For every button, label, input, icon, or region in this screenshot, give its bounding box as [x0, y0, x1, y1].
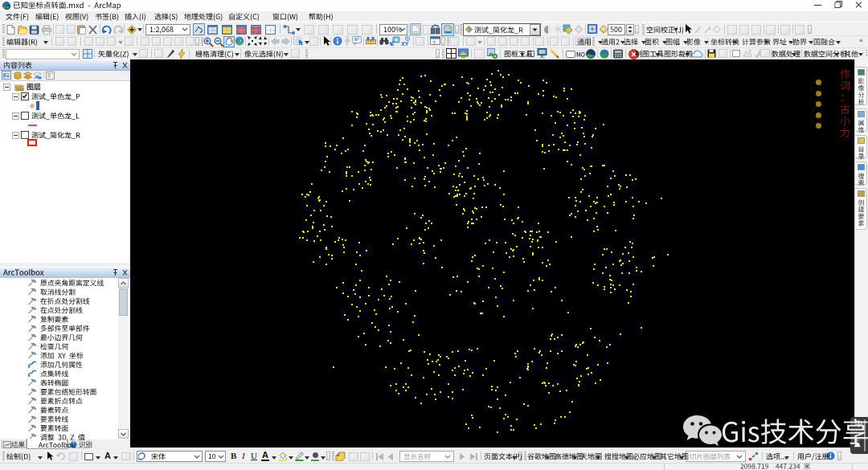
svg-text:XY: XY — [401, 41, 409, 47]
svg-text:?: ? — [433, 39, 436, 46]
